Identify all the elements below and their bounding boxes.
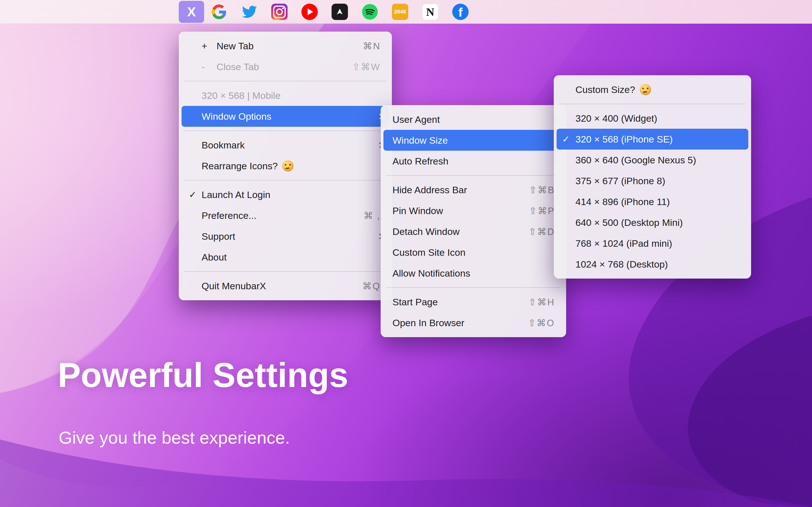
desktop: { "hero": { "headline": "Powerful Settin… bbox=[0, 0, 812, 507]
shortcut-label: ⇧⌘O bbox=[528, 318, 555, 328]
dark-app-icon[interactable] bbox=[331, 0, 349, 24]
menu-separator bbox=[185, 180, 386, 180]
menu-item-label: 1024 × 768 (Desktop) bbox=[575, 259, 668, 270]
menu-separator bbox=[185, 81, 386, 81]
checkmark-icon: ✓ bbox=[562, 134, 570, 145]
play-triangle-icon bbox=[308, 8, 313, 15]
menu-item-label: Open In Browser bbox=[393, 318, 464, 328]
instagram-icon[interactable] bbox=[271, 0, 288, 24]
hero-subtitle: Give you the best experience. bbox=[59, 428, 290, 448]
dark-app-tile bbox=[332, 4, 348, 20]
menu-item-label: Custom Site Icon bbox=[393, 247, 465, 258]
menu-item-about[interactable]: About bbox=[182, 247, 389, 268]
menu-item-launch-at-login[interactable]: ✓Launch At Login bbox=[182, 184, 389, 205]
item-prefix: + bbox=[202, 41, 216, 52]
shortcut-label: ⇧⌘B bbox=[529, 184, 555, 195]
menu-item-rearrange-icons[interactable]: Rearrange Icons? bbox=[182, 156, 389, 176]
menubarx-icon: X bbox=[187, 4, 196, 19]
menu-item-detach-window[interactable]: Detach Window⇧⌘D bbox=[384, 221, 563, 242]
menu-item-allow-notifications[interactable]: Allow Notifications bbox=[384, 263, 563, 284]
twitter-bird-icon bbox=[241, 4, 257, 20]
menu-item-label: Rearrange Icons? bbox=[202, 161, 278, 172]
menu-item-375-677-iphone-8[interactable]: 375 × 677 (iPhone 8) bbox=[557, 170, 748, 191]
youtube-icon[interactable] bbox=[301, 0, 318, 24]
facebook-f-glyph: f bbox=[458, 5, 463, 19]
game-2048-icon[interactable]: 2048 bbox=[391, 0, 409, 24]
menu-item-label: Close Tab bbox=[216, 61, 259, 72]
menubar-icons: X bbox=[179, 0, 482, 24]
menu-item-hide-address-bar[interactable]: Hide Address Bar⇧⌘B bbox=[384, 179, 563, 200]
menu-item-window-options[interactable]: Window Options› bbox=[182, 106, 389, 127]
menu-item-window-size[interactable]: Window Size› bbox=[384, 130, 563, 151]
menu-item-start-page[interactable]: Start Page⇧⌘H bbox=[384, 291, 563, 313]
2048-tile: 2048 bbox=[392, 4, 408, 20]
menu-item-open-in-browser[interactable]: Open In Browser⇧⌘O bbox=[384, 313, 563, 333]
menu-item-label: 320 × 568 | Mobile bbox=[202, 90, 281, 101]
menu-item-support[interactable]: Support› bbox=[182, 226, 389, 247]
instagram-camera-icon bbox=[271, 4, 288, 20]
menu-separator bbox=[386, 175, 560, 176]
menu-separator bbox=[185, 130, 386, 131]
menu-item-640-500-desktop-mini[interactable]: 640 × 500 (Desktop Mini) bbox=[557, 212, 748, 233]
shortcut-label: ⇧⌘H bbox=[529, 297, 555, 307]
menu-item-new-tab[interactable]: +New Tab⌘N bbox=[182, 36, 389, 56]
menu-item-custom-size[interactable]: Custom Size? bbox=[557, 79, 748, 100]
menu-item-label: Start Page bbox=[393, 297, 438, 307]
menu-item-label: 320 × 400 (Widget) bbox=[575, 113, 657, 124]
menu-item-custom-site-icon[interactable]: Custom Site Icon bbox=[384, 242, 563, 263]
window-options-submenu: User Agent›Window Size›Auto Refresh›Hide… bbox=[380, 105, 566, 337]
menu-item-label: 414 × 896 (iPhone 11) bbox=[575, 196, 670, 207]
menu-item-label: New Tab bbox=[216, 41, 254, 52]
menu-item-pin-window[interactable]: Pin Window⇧⌘P bbox=[384, 200, 563, 221]
menu-item-label: User Agent bbox=[393, 114, 440, 125]
menu-item-label: About bbox=[202, 252, 227, 263]
menu-item-label: Custom Size? bbox=[575, 84, 635, 95]
dark-app-glyph-icon bbox=[335, 7, 345, 17]
menu-item-label: Allow Notifications bbox=[393, 268, 470, 279]
menubar: X bbox=[0, 0, 812, 24]
menu-item-768-1024-ipad-mini[interactable]: 768 × 1024 (iPad mini) bbox=[557, 233, 748, 254]
spotify-waves-icon bbox=[362, 4, 378, 20]
menu-item-320-568-mobile: 320 × 568 | Mobile bbox=[182, 85, 389, 106]
menu-item-label: 768 × 1024 (iPad mini) bbox=[575, 238, 672, 249]
menu-item-label: Window Size bbox=[393, 135, 448, 146]
hero-headline: Powerful Settings bbox=[58, 355, 348, 395]
menu-item-auto-refresh[interactable]: Auto Refresh› bbox=[384, 151, 563, 172]
menu-item-320-568-iphone-se[interactable]: ✓320 × 568 (iPhone SE) bbox=[557, 129, 748, 150]
menu-item-label: Pin Window bbox=[393, 205, 443, 216]
twitter-icon[interactable] bbox=[241, 0, 258, 24]
menu-item-user-agent[interactable]: User Agent› bbox=[384, 109, 563, 130]
shortcut-label: ⇧⌘W bbox=[352, 61, 380, 72]
menu-separator bbox=[386, 287, 560, 288]
shortcut-label: ⌘ , bbox=[364, 210, 380, 221]
facebook-circle: f bbox=[452, 4, 469, 20]
thinking-face-emoji bbox=[640, 84, 651, 95]
menubarx-main-menu: +New Tab⌘N-Close Tab⇧⌘W320 × 568 | Mobil… bbox=[179, 32, 392, 300]
notion-n-glyph: N bbox=[426, 5, 435, 18]
google-icon[interactable] bbox=[210, 0, 228, 24]
menu-item-preference[interactable]: Preference...⌘ , bbox=[182, 205, 389, 226]
menu-item-label: Detach Window bbox=[393, 226, 460, 237]
menu-item-360-640-google-nexus-5[interactable]: 360 × 640 (Google Nexus 5) bbox=[557, 150, 748, 170]
menu-item-label: Launch At Login bbox=[202, 189, 270, 200]
shortcut-label: ⇧⌘P bbox=[529, 205, 555, 216]
menu-item-quit-menubarx[interactable]: Quit MenubarX⌘Q bbox=[182, 276, 389, 296]
item-prefix: - bbox=[202, 61, 216, 72]
window-size-submenu: Custom Size?320 × 400 (Widget)✓320 × 568… bbox=[554, 75, 751, 279]
menu-item-close-tab: -Close Tab⇧⌘W bbox=[182, 56, 389, 77]
menu-item-bookmark[interactable]: Bookmark› bbox=[182, 135, 389, 156]
menu-item-414-896-iphone-11[interactable]: 414 × 896 (iPhone 11) bbox=[557, 191, 748, 212]
menu-item-label: Preference... bbox=[202, 210, 257, 221]
shortcut-label: ⌘N bbox=[363, 41, 380, 52]
menu-item-320-400-widget[interactable]: 320 × 400 (Widget) bbox=[557, 108, 748, 129]
facebook-icon[interactable]: f bbox=[452, 0, 469, 24]
google-g-icon bbox=[212, 4, 226, 19]
menu-item-1024-768-desktop[interactable]: 1024 × 768 (Desktop) bbox=[557, 254, 748, 275]
spotify-icon[interactable] bbox=[361, 0, 378, 24]
menubarx-menu-button[interactable]: X bbox=[179, 1, 204, 23]
menu-item-label: Bookmark bbox=[202, 140, 245, 151]
notion-icon[interactable]: N bbox=[421, 0, 439, 24]
menu-item-label: Hide Address Bar bbox=[393, 184, 467, 195]
menu-item-label: 375 × 677 (iPhone 8) bbox=[575, 175, 665, 186]
youtube-circle bbox=[301, 4, 318, 20]
